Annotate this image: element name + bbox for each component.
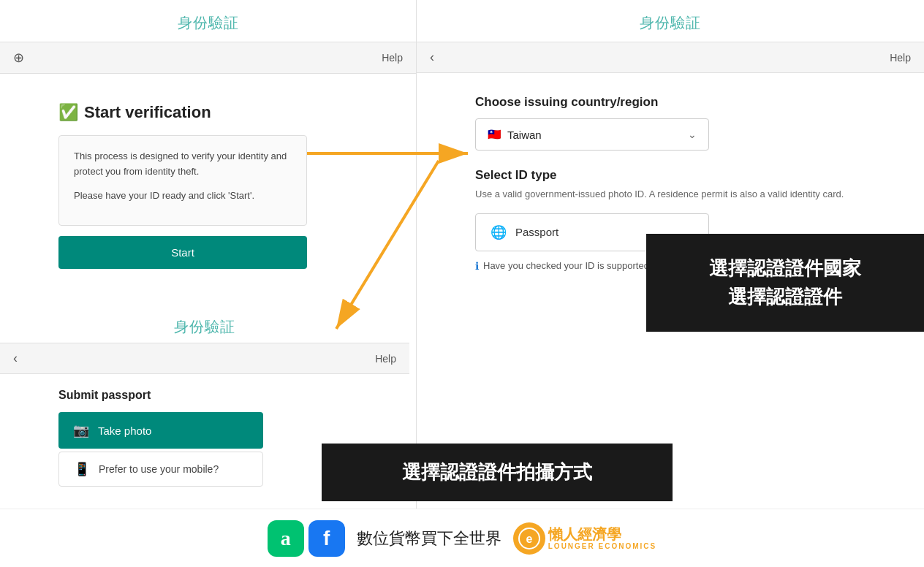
- choose-country-label: Choose issuing country/region: [475, 95, 880, 110]
- country-select[interactable]: 🇹🇼 Taiwan ⌄: [475, 118, 709, 151]
- app-icons: a f: [268, 520, 345, 557]
- taiwan-flag: 🇹🇼: [488, 128, 501, 141]
- start-button[interactable]: Start: [58, 236, 307, 269]
- left-panel-title: 身份驗証: [0, 0, 416, 42]
- right-panel-title: 身份驗証: [417, 0, 924, 42]
- start-verification-title: ✅ Start verification: [58, 103, 211, 122]
- submit-passport-label: Submit passport: [58, 389, 336, 402]
- right-help-label[interactable]: Help: [890, 52, 911, 64]
- camera-icon: 📷: [73, 422, 89, 438]
- bottom-panel-title: 身份驗証: [0, 310, 409, 343]
- help-label[interactable]: Help: [382, 52, 403, 64]
- annotation-bottom-text: 選擇認證證件拍攝方式: [339, 460, 655, 485]
- main-container: 身份驗証 ⊕ Help ✅ Start verification This pr…: [0, 0, 924, 567]
- back-icon[interactable]: ‹: [13, 351, 18, 366]
- passport-label: Passport: [515, 226, 558, 238]
- bottom-help-label[interactable]: Help: [375, 353, 396, 365]
- id-checked-label: Have you checked your ID is supported?: [483, 260, 654, 271]
- right-top-bar: ‹ Help: [417, 42, 924, 73]
- svg-text:e: e: [526, 533, 532, 545]
- lounger-chinese: 懶人經濟學: [548, 526, 656, 542]
- annotation-right-line1: 選擇認證證件國家: [664, 254, 906, 283]
- lounger-text-container: 懶人經濟學 LOUNGER ECONOMICS: [548, 526, 656, 550]
- lounger-logo: e 懶人經濟學 LOUNGER ECONOMICS: [513, 522, 656, 555]
- flag-text: 🇹🇼 Taiwan: [488, 128, 542, 141]
- annotation-right-line2: 選擇認證證件: [664, 283, 906, 311]
- take-photo-label: Take photo: [98, 425, 151, 437]
- mobile-option[interactable]: 📱 Prefer to use your mobile?: [58, 452, 263, 487]
- select-id-label: Select ID type: [475, 168, 880, 183]
- app-icon-a: a: [268, 520, 304, 557]
- mobile-icon: 📱: [74, 461, 90, 477]
- bottom-top-bar: ‹ Help: [0, 343, 409, 374]
- left-top-bar: ⊕ Help: [0, 42, 416, 74]
- take-photo-button[interactable]: 📷 Take photo: [58, 412, 263, 449]
- globe-icon: ⊕: [13, 50, 24, 66]
- chevron-down-icon: ⌄: [688, 129, 697, 140]
- right-back-icon[interactable]: ‹: [430, 50, 434, 65]
- annotation-box-bottom: 選擇認證證件拍攝方式: [322, 444, 673, 501]
- check-icon: ✅: [58, 103, 78, 122]
- passport-globe-icon: 🌐: [491, 224, 507, 240]
- bottom-bar: a f 數位貨幣買下全世界 e 懶人經濟學 LOUNGER ECONOMICS: [0, 509, 924, 567]
- annotation-box-right: 選擇認證證件國家 選擇認證證件: [646, 234, 924, 332]
- country-name: Taiwan: [507, 129, 542, 141]
- verification-desc-2: Please have your ID ready and click 'Sta…: [74, 189, 292, 204]
- lounger-english: LOUNGER ECONOMICS: [548, 542, 656, 550]
- select-id-desc: Use a valid government-issued photo ID. …: [475, 187, 880, 202]
- start-verification-section: ✅ Start verification This process is des…: [0, 74, 416, 291]
- verification-desc-1: This process is designed to verify your …: [74, 149, 292, 180]
- verification-box: This process is designed to verify your …: [58, 135, 307, 226]
- bottom-text: 數位貨幣買下全世界: [357, 528, 501, 549]
- mobile-label: Prefer to use your mobile?: [99, 463, 219, 475]
- info-icon: ℹ: [475, 260, 479, 272]
- app-icon-fb: f: [308, 520, 345, 557]
- lounger-icon: e: [513, 522, 545, 555]
